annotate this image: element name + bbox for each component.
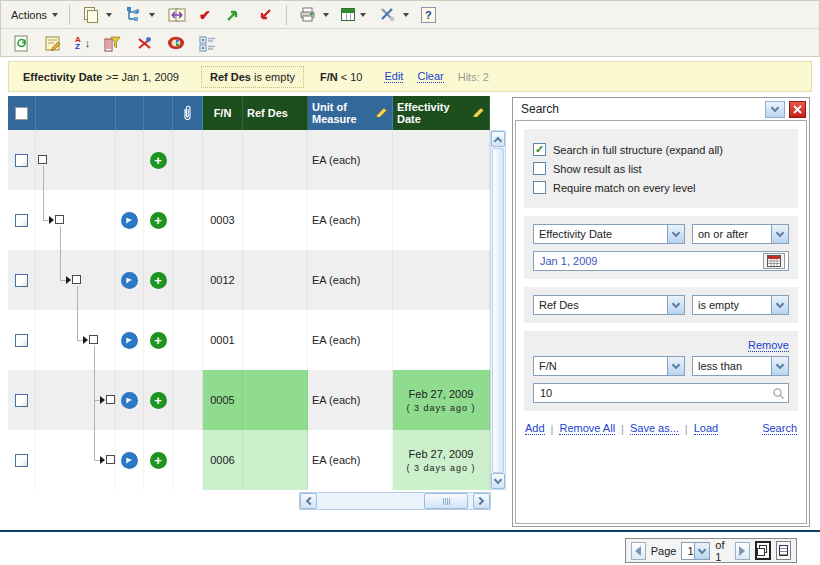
table-row[interactable]: + 0001 EA (each)	[8, 310, 490, 370]
single-view-button[interactable]	[776, 541, 791, 560]
edit-note-button[interactable]	[37, 30, 69, 56]
add-line-icon[interactable]: +	[150, 332, 167, 349]
add-line-icon[interactable]: +	[150, 272, 167, 289]
scroll-left-button[interactable]	[300, 493, 317, 509]
full-structure-checkbox[interactable]: ✓	[533, 143, 546, 156]
where-used-icon[interactable]	[121, 452, 138, 469]
add-criterion-link[interactable]: Add	[525, 422, 545, 435]
match-every-level-checkbox[interactable]	[533, 181, 546, 194]
tree-expand-arrow-icon[interactable]	[49, 216, 54, 224]
table-row[interactable]: + 0005 EA (each) Feb 27, 2009 ( 3 days a…	[8, 370, 490, 430]
add-line-icon[interactable]: +	[150, 212, 167, 229]
approve-button[interactable]: ✔	[193, 4, 217, 26]
tree-node[interactable]	[106, 455, 115, 464]
clear-filter-link[interactable]: Clear	[417, 70, 443, 83]
table-row[interactable]: + 0003 EA (each)	[8, 190, 490, 250]
tools-button[interactable]	[372, 2, 415, 28]
row-checkbox[interactable]	[15, 274, 28, 287]
row-checkbox[interactable]	[15, 454, 28, 467]
vertical-scrollbar[interactable]	[490, 130, 506, 490]
promote-button[interactable]	[217, 2, 249, 28]
scroll-down-button[interactable]	[491, 473, 505, 489]
actions-menu-button[interactable]: Actions	[5, 6, 64, 24]
table-row[interactable]: + 0012 EA (each)	[8, 250, 490, 310]
add-line-icon[interactable]: +	[150, 392, 167, 409]
help-button[interactable]: ?	[415, 4, 442, 26]
tree-expand-arrow-icon[interactable]	[83, 336, 88, 344]
tree-node[interactable]	[72, 275, 81, 284]
horizontal-scrollbar[interactable]	[299, 492, 491, 510]
refdes-column-header[interactable]: Ref Des	[243, 96, 308, 130]
select-arrow-button[interactable]	[771, 296, 788, 314]
tree-node[interactable]	[89, 335, 98, 344]
demote-button[interactable]	[249, 2, 281, 28]
calendar-button[interactable]	[763, 253, 785, 269]
row-checkbox[interactable]	[15, 214, 28, 227]
edit-filter-link[interactable]: Edit	[384, 70, 403, 83]
operator-select[interactable]: on or after	[692, 224, 789, 244]
horizontal-scroll-thumb[interactable]	[424, 493, 468, 509]
filter-button[interactable]	[96, 30, 128, 56]
tree-expand-arrow-icon[interactable]	[100, 396, 105, 404]
fn-column-header[interactable]: F/N	[203, 96, 243, 130]
scroll-up-button[interactable]	[491, 131, 505, 147]
panel-select-button[interactable]	[765, 101, 785, 118]
close-panel-button[interactable]	[789, 101, 806, 118]
export-table-button[interactable]	[335, 5, 372, 24]
swap-button[interactable]	[161, 2, 193, 28]
load-link[interactable]: Load	[694, 422, 718, 435]
field-select[interactable]: Effectivity Date	[533, 224, 685, 244]
scroll-right-button[interactable]	[473, 493, 490, 509]
row-checkbox[interactable]	[15, 394, 28, 407]
vertical-scroll-thumb[interactable]	[492, 148, 504, 473]
cascade-view-button[interactable]	[755, 541, 771, 560]
tree-expand-arrow-icon[interactable]	[100, 456, 105, 464]
select-all-checkbox[interactable]	[15, 107, 28, 120]
refresh-button[interactable]	[5, 30, 37, 56]
select-arrow-button[interactable]	[667, 357, 684, 375]
uom-column-header[interactable]: Unit of Measure	[308, 96, 393, 130]
expand-all-button[interactable]	[192, 30, 224, 56]
tree-node[interactable]	[55, 215, 64, 224]
select-arrow-button[interactable]	[667, 225, 684, 243]
date-input[interactable]: Jan 1, 2009	[533, 251, 789, 271]
table-row[interactable]: + 0006 EA (each) Feb 27, 2009 ( 3 days a…	[8, 430, 490, 490]
select-arrow-button[interactable]	[771, 357, 788, 375]
tree-node[interactable]	[106, 395, 115, 404]
copy-button[interactable]	[75, 2, 118, 28]
pin-remove-button[interactable]	[128, 30, 160, 56]
previous-page-button[interactable]	[631, 542, 646, 560]
tree-node[interactable]	[38, 155, 47, 164]
remove-all-link[interactable]: Remove All	[559, 422, 615, 435]
where-used-icon[interactable]	[121, 212, 138, 229]
add-line-icon[interactable]: +	[150, 152, 167, 169]
select-arrow-button[interactable]	[667, 296, 684, 314]
select-arrow-button[interactable]	[771, 225, 788, 243]
row-checkbox[interactable]	[15, 154, 28, 167]
structure-expand-button[interactable]: 9	[118, 2, 161, 28]
run-search-link[interactable]: Search	[762, 422, 797, 435]
where-used-icon[interactable]	[121, 332, 138, 349]
field-select[interactable]: F/N	[533, 356, 685, 376]
horizontal-scroll-track[interactable]	[317, 493, 473, 509]
where-used-icon[interactable]	[121, 272, 138, 289]
filter-criterion-refdes[interactable]: Ref Des is empty	[201, 66, 304, 88]
next-page-button[interactable]	[735, 542, 750, 560]
view-sphere-button[interactable]	[160, 30, 192, 56]
save-as-link[interactable]: Save as...	[630, 422, 679, 435]
row-checkbox[interactable]	[15, 334, 28, 347]
operator-select[interactable]: is empty	[692, 295, 789, 315]
field-select[interactable]: Ref Des	[533, 295, 685, 315]
add-line-icon[interactable]: +	[150, 452, 167, 469]
edit-pencil-icon[interactable]	[375, 104, 389, 119]
value-input[interactable]: 10	[533, 383, 789, 403]
remove-criterion-link[interactable]: Remove	[748, 339, 789, 352]
edit-pencil-icon[interactable]	[472, 104, 486, 119]
table-row[interactable]: + EA (each)	[8, 130, 490, 190]
operator-select[interactable]: less than	[692, 356, 789, 376]
tree-expand-arrow-icon[interactable]	[66, 276, 71, 284]
sort-button[interactable]: AZ ↓	[69, 33, 96, 53]
where-used-icon[interactable]	[121, 392, 138, 409]
page-number-select[interactable]: 1	[681, 542, 710, 560]
select-arrow-button[interactable]	[694, 543, 709, 559]
